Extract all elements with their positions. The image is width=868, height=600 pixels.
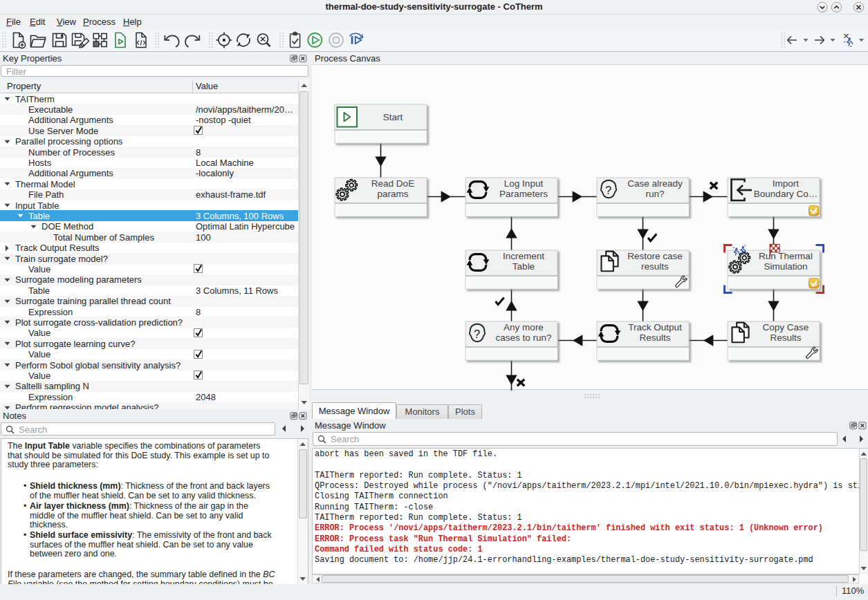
svg-text:Restore case: Restore case [627,251,683,261]
svg-text:Read DoE: Read DoE [371,178,414,189]
svg-text:Table: Table [513,261,535,272]
svg-text:Case already: Case already [627,178,683,189]
svg-text:Simulation: Simulation [764,261,807,272]
svg-text:Log Input: Log Input [504,178,544,189]
svg-text:cases to run?: cases to run? [495,332,551,343]
svg-text:Results: Results [770,332,801,343]
svg-text:Boundary Co…: Boundary Co… [754,189,818,199]
svg-text:run?: run? [645,189,664,199]
svg-text:Run Thermal: Run Thermal [759,251,813,261]
svg-text:Results: Results [639,332,670,343]
svg-text:Track Output: Track Output [628,322,682,332]
svg-text:Copy Case: Copy Case [763,322,809,332]
svg-text:results: results [641,261,669,272]
svg-text:Import: Import [773,178,800,189]
svg-text:params: params [377,189,408,199]
svg-text:Parameters: Parameters [499,189,548,199]
svg-text:Any more: Any more [504,322,544,332]
svg-text:Increment: Increment [503,251,544,261]
svg-text:Start: Start [383,112,403,122]
